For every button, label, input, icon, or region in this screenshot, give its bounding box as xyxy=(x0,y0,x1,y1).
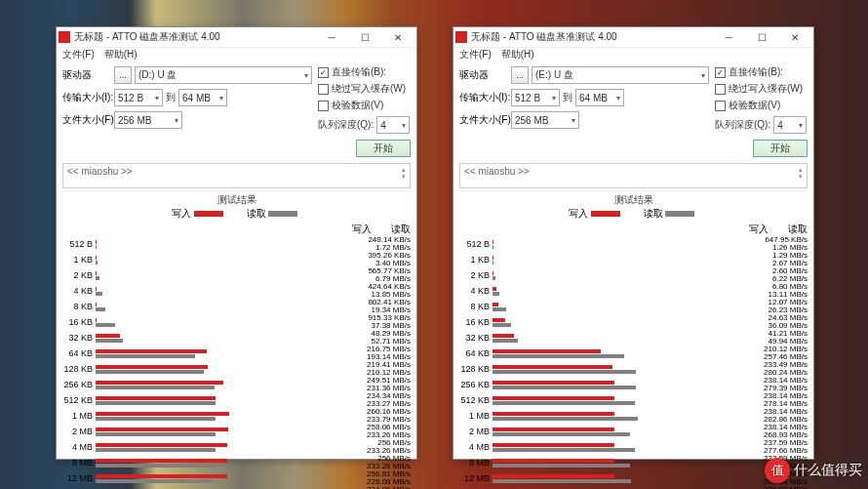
write-legend: 写入 xyxy=(172,207,227,221)
verify-check[interactable]: 校验数据(V) xyxy=(318,99,383,112)
chart-row: 64 KB 216.75 MB/s193.14 MB/s xyxy=(62,346,411,361)
write-bar xyxy=(493,256,493,260)
write-bar xyxy=(493,334,514,338)
xfer-from-select[interactable]: 512 B xyxy=(511,89,560,106)
row-label: 12 MB xyxy=(62,473,96,483)
direct-check[interactable]: ✓直接传输(B): xyxy=(715,65,783,79)
read-bar xyxy=(96,417,216,421)
read-bar xyxy=(493,276,495,280)
maximize-button[interactable]: ☐ xyxy=(348,27,381,47)
titlebar: 无标题 - ATTO 磁盘基准测试 4.00 ─ ☐ ✕ xyxy=(57,27,416,48)
write-bar xyxy=(493,349,601,353)
xfer-from-select[interactable]: 512 B xyxy=(114,89,163,106)
read-bar xyxy=(493,417,638,421)
row-label: 1 KB xyxy=(459,255,493,265)
drive-browse-button[interactable]: ... xyxy=(511,66,529,84)
titlebar: 无标题 - ATTO 磁盘基准测试 4.00 ─ ☐ ✕ xyxy=(454,27,813,48)
queue-label: 队列深度(Q): xyxy=(715,118,770,132)
write-bar xyxy=(96,349,207,353)
write-bar xyxy=(96,365,208,369)
write-bar xyxy=(96,428,228,431)
maximize-button[interactable]: ☐ xyxy=(745,27,778,47)
write-bar xyxy=(493,303,498,306)
row-label: 4 KB xyxy=(62,286,96,296)
write-bar xyxy=(493,381,614,385)
read-bar xyxy=(96,276,99,280)
chart-row: 128 KB 233.49 MB/s280.24 MB/s xyxy=(459,361,808,377)
row-label: 4 MB xyxy=(62,442,96,452)
chart-row: 128 KB 219.41 MB/s210.12 MB/s xyxy=(62,361,411,377)
xfer-to-select[interactable]: 64 MB xyxy=(178,89,227,106)
read-bar xyxy=(493,261,493,265)
read-bar xyxy=(96,307,105,311)
row-label: 4 KB xyxy=(459,286,493,296)
description-box[interactable]: << miaoshu >>▴▾ xyxy=(459,163,808,188)
drive-select[interactable]: (E:) U 盘 xyxy=(532,66,709,84)
menubar: 文件(F) 帮助(H) xyxy=(57,48,416,61)
filesize-select[interactable]: 256 MB xyxy=(114,111,182,129)
writecache-check[interactable]: 绕过写入缓存(W) xyxy=(715,82,803,96)
read-bar xyxy=(96,292,102,296)
chart-row: 512 B 647.95 KB/s1.26 MB/s xyxy=(459,236,808,252)
row-label: 2 MB xyxy=(62,427,96,436)
menubar: 文件(F) 帮助(H) xyxy=(454,48,813,61)
read-bar xyxy=(493,354,624,358)
close-button[interactable]: ✕ xyxy=(778,27,811,47)
write-legend: 写入 xyxy=(569,207,624,221)
chart-row: 4 MB 237.59 MB/s277.66 MB/s xyxy=(459,439,808,455)
row-label: 16 KB xyxy=(62,317,96,327)
drive-browse-button[interactable]: ... xyxy=(114,66,132,84)
drive-select[interactable]: (D:) U 盘 xyxy=(135,66,312,84)
chart-row: 64 KB 210.12 MB/s257.46 MB/s xyxy=(459,346,808,361)
write-bar xyxy=(96,381,223,385)
chart-row: 12 MB 256.81 MB/s228.08 MB/s xyxy=(62,470,411,486)
direct-check[interactable]: ✓直接传输(B): xyxy=(318,65,386,79)
close-button[interactable]: ✕ xyxy=(381,27,414,47)
file-menu[interactable]: 文件(F) xyxy=(62,48,95,61)
read-bar xyxy=(493,479,631,483)
read-bar xyxy=(96,323,115,327)
row-label: 64 KB xyxy=(459,348,493,358)
read-bar xyxy=(493,307,506,311)
start-button[interactable]: 开始 xyxy=(356,140,411,157)
verify-check[interactable]: 校验数据(V) xyxy=(715,99,780,112)
write-bar xyxy=(493,365,612,369)
app-icon xyxy=(455,31,467,43)
row-label: 12 MB xyxy=(459,473,493,483)
row-label: 128 KB xyxy=(459,364,493,374)
row-label: 32 KB xyxy=(62,333,96,343)
start-button[interactable]: 开始 xyxy=(753,140,808,157)
row-label: 8 MB xyxy=(459,458,493,468)
queue-select[interactable]: 4 xyxy=(773,116,807,134)
read-bar xyxy=(96,245,97,249)
write-bar xyxy=(96,474,227,478)
chart-row: 1 MB 260.16 MB/s233.79 MB/s xyxy=(62,408,411,424)
row-label: 8 KB xyxy=(459,302,493,311)
queue-select[interactable]: 4 xyxy=(376,116,410,134)
write-bar xyxy=(96,412,229,416)
write-bar xyxy=(493,287,496,291)
file-menu[interactable]: 文件(F) xyxy=(459,48,492,61)
minimize-button[interactable]: ─ xyxy=(712,27,745,47)
row-label: 64 KB xyxy=(62,348,96,358)
row-label: 1 KB xyxy=(62,255,96,265)
read-bar xyxy=(96,370,204,374)
help-menu[interactable]: 帮助(H) xyxy=(104,48,138,61)
chart-row: 256 KB 238.14 MB/s279.39 MB/s xyxy=(459,377,808,392)
row-label: 512 B xyxy=(459,239,493,249)
chart-row: 2 KB 565.77 KB/s6.79 MB/s xyxy=(62,267,411,283)
filesize-label: 文件大小(F): xyxy=(459,113,508,127)
xfer-to-select[interactable]: 64 MB xyxy=(575,89,624,106)
filesize-label: 文件大小(F): xyxy=(62,113,111,127)
read-bar xyxy=(493,339,518,343)
help-menu[interactable]: 帮助(H) xyxy=(501,48,534,61)
read-legend: 读取 xyxy=(247,207,302,221)
filesize-select[interactable]: 256 MB xyxy=(511,111,579,129)
minimize-button[interactable]: ─ xyxy=(315,27,348,47)
chart-row: 512 B 248.14 KB/s1.72 MB/s xyxy=(62,236,411,252)
writecache-check[interactable]: 绕过写入缓存(W) xyxy=(318,82,406,96)
description-box[interactable]: << miaoshu >>▴▾ xyxy=(62,163,411,188)
read-bar xyxy=(96,432,216,436)
write-bar xyxy=(493,318,505,322)
read-bar xyxy=(96,386,215,389)
